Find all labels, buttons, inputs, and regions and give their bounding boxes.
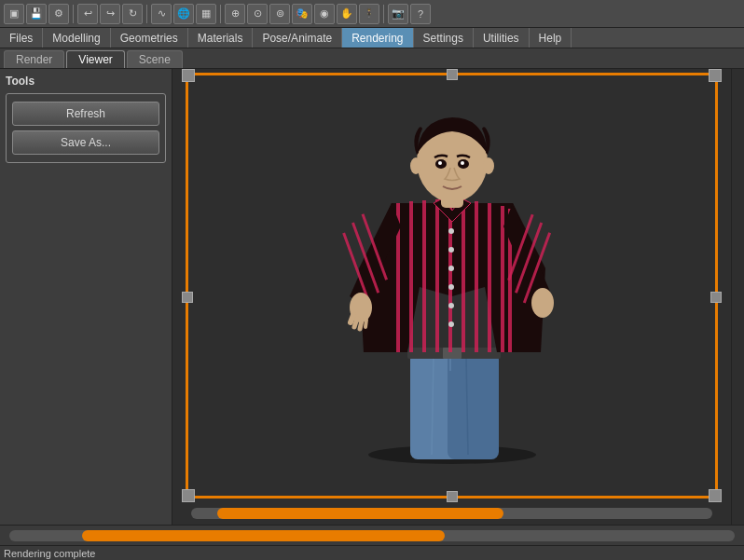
- side-handle-bottom[interactable]: [447, 491, 458, 502]
- menu-materials[interactable]: Materials: [188, 28, 254, 48]
- tools-box: Refresh Save As...: [6, 93, 166, 163]
- separator-4: [383, 5, 384, 23]
- svg-rect-16: [488, 203, 491, 352]
- save-as-button[interactable]: Save As...: [12, 130, 159, 155]
- icon-hand[interactable]: ✋: [337, 4, 357, 24]
- tab-viewer[interactable]: Viewer: [66, 50, 124, 68]
- statusbar: Rendering complete: [0, 545, 744, 560]
- side-handle-right[interactable]: [710, 292, 722, 303]
- bottom-scrollbar-track[interactable]: [9, 530, 735, 541]
- icon-orbit[interactable]: ⊚: [269, 4, 290, 24]
- right-strip: [731, 69, 744, 525]
- icon-target[interactable]: ⊕: [225, 4, 245, 24]
- corner-handle-bl[interactable]: [182, 489, 195, 502]
- svg-line-29: [351, 315, 353, 322]
- bottom-scrollbar-thumb[interactable]: [82, 530, 445, 541]
- svg-rect-10: [409, 201, 413, 352]
- svg-point-43: [410, 157, 421, 174]
- corner-handle-tl[interactable]: [182, 69, 195, 82]
- viewport-scrollbar-thumb[interactable]: [217, 508, 503, 519]
- toolbar: ▣ 💾 ⚙ ↩ ↪ ↻ ∿ 🌐 ▦ ⊕ ⊙ ⊚ 🎭 ◉ ✋ 🕴 📷 ?: [0, 0, 744, 28]
- viewport: [172, 69, 731, 525]
- side-handle-top[interactable]: [447, 69, 458, 80]
- svg-line-32: [365, 320, 366, 327]
- tabbar: Render Viewer Scene: [0, 48, 744, 69]
- bottom-scroll-area: [0, 525, 744, 545]
- panel-title: Tools: [6, 75, 166, 88]
- svg-point-44: [483, 157, 494, 174]
- icon-save[interactable]: 💾: [26, 4, 47, 24]
- character-render: [172, 69, 731, 525]
- separator-1: [73, 5, 74, 23]
- menu-settings[interactable]: Settings: [414, 28, 474, 48]
- icon-rotate[interactable]: ⊙: [247, 4, 268, 24]
- svg-point-22: [448, 284, 454, 290]
- separator-2: [146, 5, 147, 23]
- menubar: Files Modelling Geometries Materials Pos…: [0, 28, 744, 48]
- svg-rect-11: [422, 200, 426, 352]
- icon-figure[interactable]: 🎭: [292, 4, 312, 24]
- icon-head[interactable]: ◉: [314, 4, 335, 24]
- icon-globe[interactable]: 🌐: [173, 4, 194, 24]
- icon-pose[interactable]: 🕴: [359, 4, 379, 24]
- icon-settings[interactable]: ⚙: [48, 4, 69, 24]
- svg-point-19: [448, 228, 454, 234]
- icon-wave[interactable]: ∿: [151, 4, 172, 24]
- icon-window[interactable]: ▣: [4, 4, 24, 24]
- tab-scene[interactable]: Scene: [127, 50, 183, 68]
- svg-line-31: [360, 321, 362, 329]
- menu-help[interactable]: Help: [530, 28, 572, 48]
- menu-rendering[interactable]: Rendering: [342, 28, 413, 48]
- svg-point-20: [448, 247, 454, 253]
- status-message: Rendering complete: [4, 548, 95, 559]
- svg-line-30: [354, 319, 357, 327]
- svg-rect-15: [475, 201, 478, 352]
- viewport-scrollbar-track[interactable]: [191, 508, 712, 519]
- svg-rect-3: [448, 352, 499, 459]
- menu-geometries[interactable]: Geometries: [111, 28, 188, 48]
- svg-point-23: [448, 303, 454, 308]
- menu-files[interactable]: Files: [0, 28, 43, 48]
- svg-point-24: [448, 321, 454, 327]
- svg-point-36: [531, 288, 554, 318]
- separator-3: [220, 5, 221, 23]
- tab-render[interactable]: Render: [4, 50, 64, 68]
- left-panel: Tools Refresh Save As...: [0, 69, 172, 525]
- icon-camera[interactable]: 📷: [388, 4, 408, 24]
- refresh-button[interactable]: Refresh: [12, 102, 159, 126]
- main-area: Tools Refresh Save As...: [0, 69, 744, 525]
- icon-undo[interactable]: ↩: [77, 4, 98, 24]
- svg-rect-12: [435, 199, 439, 352]
- svg-rect-14: [462, 200, 465, 352]
- svg-point-42: [461, 161, 464, 165]
- character-svg: [303, 82, 601, 473]
- menu-modelling[interactable]: Modelling: [43, 28, 110, 48]
- menu-pose-animate[interactable]: Pose/Animate: [253, 28, 342, 48]
- svg-point-41: [438, 161, 442, 165]
- icon-checker[interactable]: ▦: [196, 4, 216, 24]
- svg-rect-13: [448, 199, 452, 352]
- svg-point-21: [448, 266, 454, 271]
- icon-refresh[interactable]: ↻: [122, 4, 143, 24]
- side-handle-left[interactable]: [182, 292, 193, 303]
- icon-redo[interactable]: ↪: [100, 4, 120, 24]
- icon-help[interactable]: ?: [410, 4, 431, 24]
- corner-handle-tr[interactable]: [709, 69, 722, 82]
- svg-rect-17: [501, 206, 504, 352]
- corner-handle-br[interactable]: [709, 489, 722, 502]
- menu-utilities[interactable]: Utilities: [474, 28, 530, 48]
